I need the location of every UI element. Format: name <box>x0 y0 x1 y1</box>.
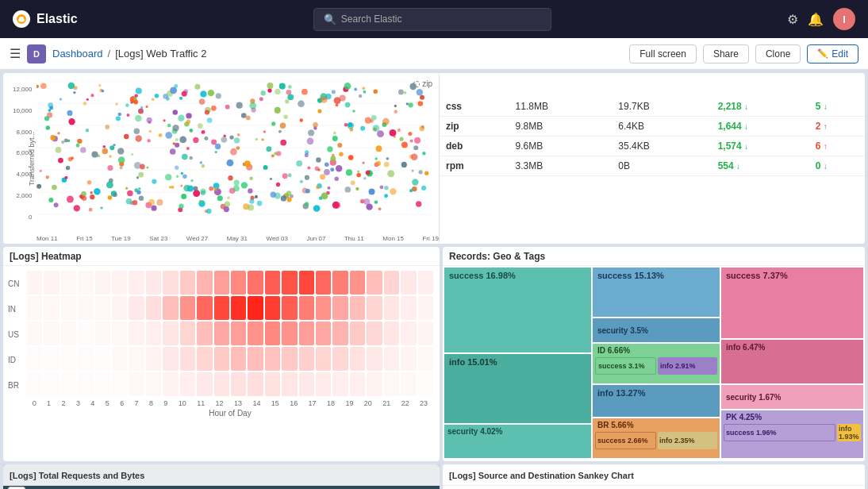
scatter-dot <box>127 191 133 197</box>
scatter-dot <box>249 198 254 203</box>
id-success-label: success 3.1% <box>598 362 645 370</box>
heatmap-cell <box>129 322 144 345</box>
scatter-dot <box>181 194 186 199</box>
scatter-dot <box>320 174 325 179</box>
scatter-dot <box>193 186 198 191</box>
heatmap-cell <box>367 271 382 295</box>
breadcrumb-actions: Full screen Share Clone ✏️ Edit <box>629 44 858 64</box>
scatter-dot <box>313 205 321 212</box>
scatter-dot <box>200 90 206 97</box>
scatter-dot <box>140 106 143 109</box>
scatter-dot <box>301 89 308 95</box>
user-avatar[interactable]: I <box>833 8 855 30</box>
heatmap-cell <box>316 271 331 295</box>
scatter-dot <box>421 186 426 191</box>
scatter-dot <box>109 145 114 150</box>
scatter-dot <box>325 163 329 167</box>
scatter-dot <box>234 137 240 143</box>
heatmap-cell <box>112 322 127 345</box>
treemap-cell-pk: PK 4.25% success 1.96% info 1.93% <box>721 410 863 458</box>
scatter-dot <box>186 113 191 118</box>
search-input[interactable]: 🔍 Search Elastic <box>313 8 551 31</box>
clone-button[interactable]: Clone <box>755 44 801 64</box>
scatter-dot <box>271 154 275 157</box>
br-label: BR 5.66% <box>593 418 720 432</box>
scatter-dot <box>275 89 280 94</box>
scatter-dot <box>345 102 351 108</box>
scatter-dot <box>362 162 364 164</box>
scatter-dot <box>183 185 190 192</box>
scatter-dot <box>46 175 49 179</box>
scatter-dot <box>36 184 41 189</box>
scatter-dot <box>229 135 233 139</box>
scatter-dot <box>194 84 200 90</box>
row-val1: 9.6MB <box>509 137 613 156</box>
row-delta: 0 ↓ <box>809 156 865 176</box>
scatter-dot <box>279 83 286 90</box>
scatter-dot <box>363 177 366 179</box>
heatmap-cell <box>61 372 76 396</box>
scatter-dot <box>394 110 398 114</box>
scatter-dot <box>416 201 421 206</box>
heatmap-cell <box>248 347 263 371</box>
menu-icon[interactable]: ☰ <box>10 46 21 61</box>
scatter-dot <box>193 137 198 143</box>
row-val2: 0B <box>612 156 711 176</box>
heatmap-cell <box>384 296 399 320</box>
fullscreen-button[interactable]: Full screen <box>629 44 697 64</box>
row-count: 1,574 ↓ <box>712 137 809 156</box>
row-count: 554 ↓ <box>712 156 809 176</box>
scatter-dot <box>369 188 375 194</box>
heatmap-cell <box>180 271 195 295</box>
scatter-dot <box>234 179 240 185</box>
scatter-dot <box>173 142 175 144</box>
scatter-dot <box>215 144 221 149</box>
scatter-dot <box>387 170 394 177</box>
scatter-dot <box>135 115 142 122</box>
heatmap-cell <box>27 372 42 396</box>
heatmap-cell <box>61 271 76 295</box>
map-header: [Logs] Total Requests and Bytes <box>3 464 440 486</box>
scatter-dot <box>76 144 80 148</box>
scatter-dot <box>255 138 258 141</box>
scatter-dot <box>411 153 417 160</box>
help-icon[interactable]: ⚙ <box>787 12 798 27</box>
scatter-dot <box>52 185 57 191</box>
scatter-dot <box>77 139 82 144</box>
treemap: success 16.98% info 15.01% security 4.02… <box>443 266 865 460</box>
heatmap-cell <box>180 347 195 371</box>
scatter-dot <box>412 179 418 185</box>
heatmap-cell <box>129 271 144 295</box>
heatmap-cell <box>95 271 110 295</box>
cn-success-label: success 16.98% <box>449 271 516 280</box>
scatter-dot <box>328 187 331 190</box>
treemap-in-col: success 15.13% security 3.5% ID 6.66% su… <box>593 268 720 458</box>
scatter-dot <box>299 118 303 122</box>
edit-label: Edit <box>832 48 848 60</box>
breadcrumb-home[interactable]: Dashboard <box>52 48 103 60</box>
scatter-dot <box>324 169 330 175</box>
scatter-dot <box>165 174 171 180</box>
heatmap-cell <box>231 322 246 345</box>
scatter-dot <box>374 200 378 203</box>
scatter-dot <box>48 109 52 112</box>
cn-security-label: security 4.02% <box>447 427 503 436</box>
heatmap-cell <box>163 347 178 371</box>
edit-button[interactable]: ✏️ Edit <box>807 44 858 64</box>
scatter-dot <box>346 169 352 175</box>
notifications-icon[interactable]: 🔔 <box>808 12 824 27</box>
scatter-dot <box>255 195 258 198</box>
scatter-dot <box>274 152 277 155</box>
table-row: zip 9.8MB 6.4KB 1,644 ↓ 2 ↑ <box>440 117 865 137</box>
share-button[interactable]: Share <box>703 44 749 64</box>
heatmap-cell <box>61 347 76 371</box>
elastic-logo[interactable]: Elastic <box>13 10 78 28</box>
row-val1: 11.8MB <box>509 97 613 117</box>
scatter-dot <box>50 135 56 141</box>
heatmap-cell <box>401 347 416 371</box>
sankey-panel: [Logs] Source and Destination Sankey Cha… <box>443 464 865 489</box>
heatmap-cell <box>418 322 433 345</box>
heatmap-cell <box>27 322 42 345</box>
heatmap-cell <box>112 347 127 371</box>
scatter-dot <box>230 148 237 156</box>
